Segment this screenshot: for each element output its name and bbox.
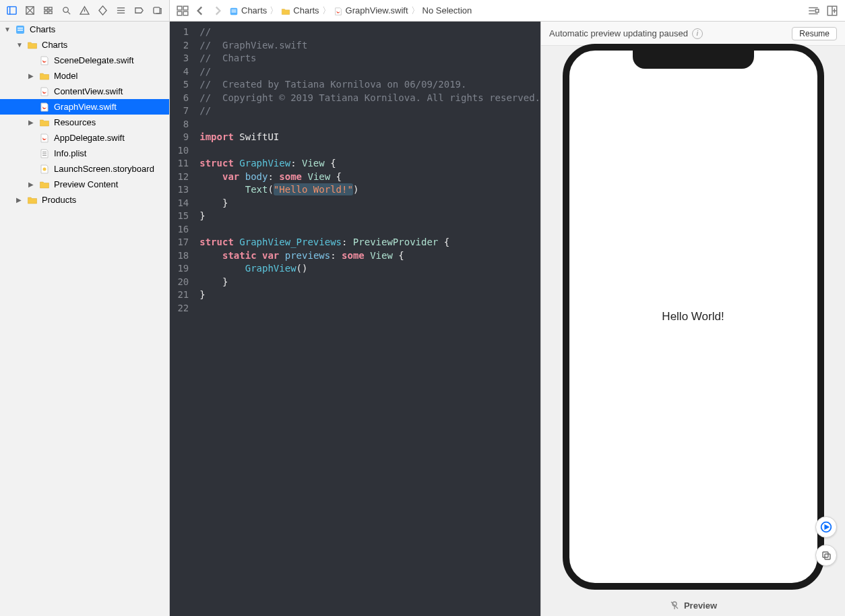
code-line[interactable]: } bbox=[199, 276, 540, 289]
tree-item-label: Model bbox=[54, 71, 77, 81]
plist-icon bbox=[39, 148, 50, 159]
folder-icon bbox=[281, 6, 290, 16]
tree-row[interactable]: ▼Charts bbox=[0, 37, 169, 53]
tree-row[interactable]: ▶Model bbox=[0, 68, 169, 84]
svg-point-37 bbox=[43, 167, 46, 171]
line-number: 14 bbox=[170, 197, 195, 210]
breakpoint-navigator-icon[interactable] bbox=[134, 5, 144, 17]
disclosure-triangle-icon[interactable]: ▶ bbox=[16, 196, 23, 204]
code-line[interactable]: } bbox=[199, 210, 540, 223]
code-line[interactable]: import SwiftUI bbox=[199, 131, 540, 144]
preview-canvas[interactable]: Hello World! bbox=[541, 46, 845, 594]
tree-item-label: Charts bbox=[42, 40, 67, 50]
code-line[interactable]: static var previews: some View { bbox=[199, 249, 540, 263]
svg-rect-17 bbox=[183, 6, 188, 10]
add-editor-icon[interactable] bbox=[826, 5, 838, 17]
find-navigator-icon[interactable] bbox=[61, 5, 71, 17]
code-line[interactable] bbox=[199, 144, 540, 158]
source-control-icon[interactable] bbox=[25, 5, 35, 17]
report-navigator-icon[interactable] bbox=[152, 5, 162, 17]
breadcrumb-item[interactable]: Charts bbox=[281, 5, 319, 16]
tree-row[interactable]: SceneDelegate.swift bbox=[0, 53, 169, 68]
project-navigator[interactable]: ▼Charts▼ChartsSceneDelegate.swift▶ModelC… bbox=[0, 22, 170, 616]
related-items-icon[interactable] bbox=[177, 5, 189, 17]
svg-rect-7 bbox=[44, 11, 48, 13]
svg-rect-16 bbox=[177, 6, 182, 10]
tree-row[interactable]: ▶Resources bbox=[0, 115, 169, 130]
line-number: 22 bbox=[170, 302, 195, 315]
device-notch bbox=[633, 50, 754, 69]
code-line[interactable]: // Created by Tatiana Kornilova on 06/09… bbox=[199, 78, 540, 92]
code-editor[interactable]: 12345678910111213141516171819202122 ////… bbox=[170, 22, 540, 616]
code-line[interactable]: var body: some View { bbox=[199, 171, 540, 184]
code-line[interactable] bbox=[199, 302, 540, 315]
swift-icon bbox=[39, 86, 50, 97]
code-line[interactable]: // bbox=[199, 104, 540, 118]
svg-point-9 bbox=[63, 7, 69, 13]
svg-rect-34 bbox=[42, 152, 46, 152]
duplicate-preview-button[interactable] bbox=[815, 545, 837, 566]
breadcrumb-label: Charts bbox=[241, 5, 267, 16]
preview-status-bar: Automatic preview updating paused i Resu… bbox=[541, 22, 845, 46]
code-line[interactable]: } bbox=[199, 197, 540, 210]
code-line[interactable]: // GraphView.swift bbox=[199, 39, 540, 53]
line-number: 4 bbox=[170, 65, 195, 79]
svg-rect-5 bbox=[44, 7, 48, 10]
line-number: 5 bbox=[170, 78, 195, 92]
project-navigator-icon[interactable] bbox=[7, 5, 17, 17]
svg-rect-40 bbox=[823, 552, 828, 557]
breadcrumb-item[interactable]: GraphView.swift bbox=[334, 5, 408, 16]
disclosure-triangle-icon[interactable]: ▶ bbox=[28, 72, 35, 80]
code-line[interactable]: GraphView() bbox=[199, 262, 540, 276]
resume-button[interactable]: Resume bbox=[792, 27, 837, 40]
code-line[interactable]: // Charts bbox=[199, 52, 540, 65]
tree-row[interactable]: Info.plist bbox=[0, 146, 169, 161]
code-line[interactable] bbox=[199, 223, 540, 237]
project-icon bbox=[15, 24, 26, 35]
breadcrumb-label: No Selection bbox=[422, 5, 472, 16]
code-line[interactable]: struct GraphView: View { bbox=[199, 157, 540, 171]
editor-tab-bar: Charts〉Charts〉GraphView.swift〉No Selecti… bbox=[170, 0, 801, 21]
back-icon[interactable] bbox=[194, 5, 206, 17]
line-number: 20 bbox=[170, 276, 195, 289]
breadcrumb: Charts〉Charts〉GraphView.swift〉No Selecti… bbox=[229, 5, 472, 17]
folder-icon bbox=[27, 195, 38, 206]
line-number: 17 bbox=[170, 236, 195, 249]
disclosure-triangle-icon[interactable]: ▶ bbox=[28, 119, 35, 126]
symbol-navigator-icon[interactable] bbox=[43, 5, 53, 17]
svg-rect-36 bbox=[42, 155, 46, 156]
code-line[interactable]: struct GraphView_Previews: PreviewProvid… bbox=[199, 236, 540, 249]
code-line[interactable]: } bbox=[199, 288, 540, 302]
disclosure-triangle-icon[interactable]: ▼ bbox=[16, 41, 23, 49]
disclosure-triangle-icon[interactable]: ▼ bbox=[4, 26, 11, 33]
tree-row[interactable]: ContentView.swift bbox=[0, 84, 169, 99]
tree-row[interactable]: ▶Products bbox=[0, 192, 169, 208]
breadcrumb-label: GraphView.swift bbox=[346, 5, 408, 16]
tree-row[interactable]: LaunchScreen.storyboard bbox=[0, 161, 169, 177]
disclosure-triangle-icon[interactable]: ▶ bbox=[28, 181, 35, 188]
tree-row[interactable]: AppDelegate.swift bbox=[0, 130, 169, 146]
svg-rect-35 bbox=[42, 153, 46, 154]
info-icon[interactable]: i bbox=[692, 28, 703, 39]
code-body[interactable]: //// GraphView.swift// Charts//// Create… bbox=[195, 22, 540, 616]
breadcrumb-item[interactable]: Charts bbox=[229, 5, 267, 16]
debug-navigator-icon[interactable] bbox=[116, 5, 126, 17]
code-line[interactable]: // bbox=[199, 65, 540, 79]
issue-navigator-icon[interactable] bbox=[80, 5, 90, 17]
editor-options-icon[interactable] bbox=[807, 5, 819, 17]
line-number: 16 bbox=[170, 223, 195, 237]
tree-item-label: LaunchScreen.storyboard bbox=[54, 164, 154, 174]
project-icon bbox=[229, 6, 239, 16]
tree-item-label: Resources bbox=[54, 117, 96, 127]
code-line[interactable]: Text("Hello World!") bbox=[199, 183, 540, 197]
code-line[interactable] bbox=[199, 118, 540, 131]
tree-row[interactable]: ▼Charts bbox=[0, 22, 169, 37]
breadcrumb-item[interactable]: No Selection bbox=[422, 5, 472, 16]
live-preview-button[interactable] bbox=[815, 516, 837, 538]
code-line[interactable]: // bbox=[199, 26, 540, 39]
tree-row[interactable]: GraphView.swift bbox=[0, 99, 169, 115]
test-navigator-icon[interactable] bbox=[98, 5, 108, 17]
tree-row[interactable]: ▶Preview Content bbox=[0, 177, 169, 192]
code-line[interactable]: // Copyright © 2019 Tatiana Kornilova. A… bbox=[199, 92, 540, 105]
forward-icon[interactable] bbox=[212, 5, 224, 17]
